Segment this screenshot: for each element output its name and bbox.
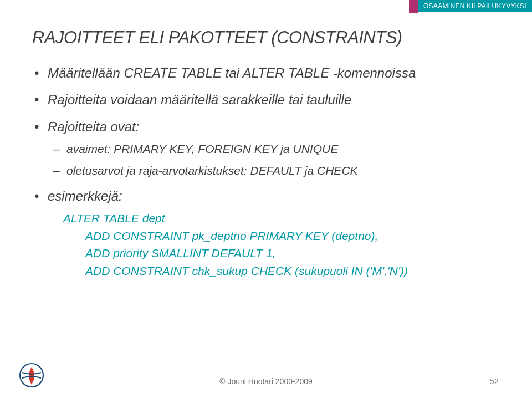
sub-bullet-item: oletusarvot ja raja-arvotarkistukset: DE… [48, 163, 500, 178]
top-bar: OSAAMINEN KILPAILUKYVYKSI [409, 0, 532, 13]
bullet-item: esimerkkejä: ALTER TABLE dept ADD CONSTR… [32, 187, 500, 279]
code-line: ALTER TABLE dept [63, 210, 500, 227]
bullet-item: Rajoitteita ovat: avaimet: PRIMARY KEY, … [32, 118, 500, 178]
accent-stripe [409, 0, 418, 13]
bullet-text: esimerkkejä: [48, 188, 122, 203]
page-number: 52 [489, 376, 499, 386]
sub-bullet-item: avaimet: PRIMARY KEY, FOREIGN KEY ja UNI… [48, 141, 500, 157]
bullet-item: Rajoitteita voidaan määritellä sarakkeil… [32, 91, 500, 109]
code-example: ALTER TABLE dept ADD CONSTRAINT pk_deptn… [63, 210, 500, 279]
logo-icon [19, 363, 44, 388]
footer: © Jouni Huotari 2000-2009 52 [0, 366, 532, 388]
slide-body: RAJOITTEET ELI PAKOTTEET (CONSTRAINTS) M… [32, 28, 500, 288]
bullet-item: Määritellään CREATE TABLE tai ALTER TABL… [32, 64, 500, 82]
code-line: ADD priority SMALLINT DEFAULT 1, [63, 244, 500, 262]
bullet-list: Määritellään CREATE TABLE tai ALTER TABL… [32, 64, 500, 279]
bullet-text: Rajoitteita ovat: [48, 119, 139, 134]
code-line: ADD CONSTRAINT chk_sukup CHECK (sukupuol… [63, 262, 500, 280]
code-line: ADD CONSTRAINT pk_deptno PRIMARY KEY (de… [63, 227, 500, 245]
slide-title: RAJOITTEET ELI PAKOTTEET (CONSTRAINTS) [32, 28, 500, 48]
sub-bullet-list: avaimet: PRIMARY KEY, FOREIGN KEY ja UNI… [48, 141, 500, 178]
brand-tag: OSAAMINEN KILPAILUKYVYKSI [418, 0, 532, 12]
copyright-text: © Jouni Huotari 2000-2009 [219, 377, 313, 386]
